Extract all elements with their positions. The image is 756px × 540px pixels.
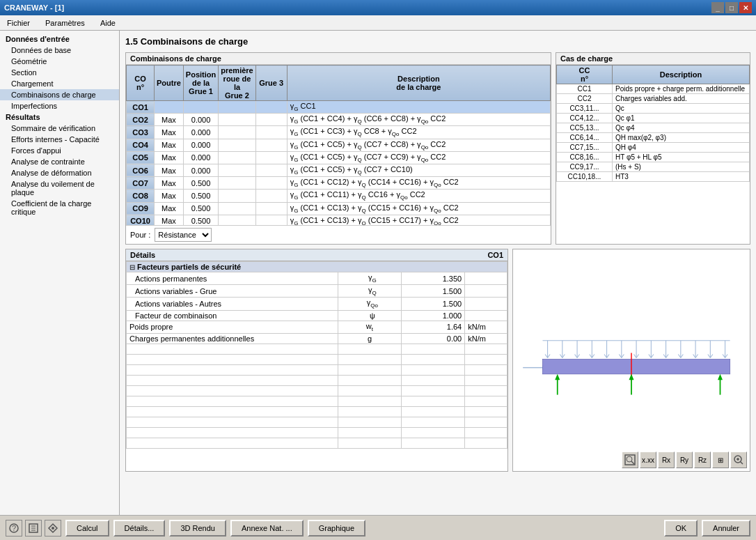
cas-table-row[interactable]: CC7,15... QH φ4 (557, 143, 750, 153)
cas-table-row[interactable]: CC6,14... QH max(φ2, φ3) (557, 133, 750, 143)
close-button[interactable]: ✕ (739, 2, 752, 13)
cas-table-row[interactable]: CC3,11... Qc (557, 104, 750, 114)
combinaisons-panel: Combinaisons de charge COn° Poutre Posit… (125, 52, 551, 245)
icon-btn-3[interactable] (45, 520, 61, 537)
cas-desc: Poids propre + charge perm. additionnell… (613, 84, 750, 94)
sidebar-item-section[interactable]: Section (0, 67, 119, 78)
diag-btn-values[interactable]: x.xx (640, 452, 656, 468)
icon-btn-2[interactable] (25, 520, 42, 537)
sidebar-item-forces[interactable]: Forces d'appui (0, 145, 119, 156)
svg-text:?: ? (12, 524, 16, 532)
rendu3d-button[interactable]: 3D Rendu (169, 520, 226, 537)
annexe-button[interactable]: Annexe Nat. ... (230, 520, 304, 537)
main-layout: Données d'entrée Données de base Géométr… (0, 31, 756, 515)
annuler-button[interactable]: Annuler (702, 520, 750, 537)
sidebar-item-efforts[interactable]: Efforts internes - Capacité (0, 134, 119, 145)
diag-btn-zoom-fit[interactable] (622, 452, 638, 468)
combo-table-row[interactable]: CO3 Max 0.000 γG (CC1 + CC3) + γQ CC8 + … (127, 126, 551, 139)
ok-button[interactable]: OK (664, 520, 698, 537)
combo-desc: γG CC1 (287, 101, 550, 114)
sidebar-item-donnees-de-base[interactable]: Données de base (0, 45, 119, 56)
menu-parametres[interactable]: Paramètres (41, 17, 89, 29)
cas-desc: QH max(φ2, φ3) (613, 133, 750, 143)
combo-c (183, 101, 218, 114)
graphique-button[interactable]: Graphique (308, 520, 365, 537)
pour-select[interactable]: Résistance Déformation Stabilité (155, 228, 212, 242)
diag-btn-zoom-in[interactable] (730, 452, 747, 468)
sidebar-item-deformation[interactable]: Analyse de déformation (0, 167, 119, 178)
combo-co: CO4 (127, 139, 155, 151)
sidebar-item-coefficient[interactable]: Coefficient de la charge critique (0, 198, 119, 217)
cas-panel: Cas de charge CCn° Description CC1 Poids… (556, 52, 750, 245)
detail-empty-row (127, 396, 507, 406)
beam-rect (543, 360, 730, 374)
combo-co: CO9 (127, 202, 155, 215)
diag-btn-ry[interactable]: Ry (676, 452, 693, 468)
combo-co: CO6 (127, 164, 155, 176)
title-bar: CRANEWAY - [1] _ □ ✕ (0, 0, 756, 15)
cas-table-row[interactable]: CC2 Charges variables add. (557, 94, 750, 104)
cas-desc: Qc φ4 (613, 123, 750, 133)
cas-cc: CC7,15... (557, 143, 613, 153)
cas-cc: CC2 (557, 94, 613, 104)
cas-table-row[interactable]: CC5,13... Qc φ4 (557, 123, 750, 133)
combo-c: 0.500 (183, 190, 218, 202)
details-table: ⊟ Facteurs partiels de sécurité Actions … (126, 261, 507, 449)
menu-aide[interactable]: Aide (96, 17, 120, 29)
combo-poutre: Max (155, 126, 184, 139)
detail-unit-3 (465, 298, 507, 310)
combo-table-row[interactable]: CO1 γG CC1 (127, 101, 551, 114)
diag-btn-grid[interactable]: ⊞ (712, 452, 729, 468)
combo-table-row[interactable]: CO5 Max 0.000 γG (CC1 + CC5) + γQ (CC7 +… (127, 151, 551, 164)
detail-label-1: Actions permanentes (127, 272, 338, 285)
icon-btn-1[interactable]: ? (6, 520, 22, 537)
cas-th-b: Description (613, 65, 750, 84)
cas-table-row[interactable]: CC4,12... Qc φ1 (557, 114, 750, 123)
combo-table-row[interactable]: CO9 Max 0.500 γG (CC1 + CC13) + γQ (CC15… (127, 202, 551, 215)
sidebar-item-contrainte[interactable]: Analyse de contrainte (0, 156, 119, 167)
combo-table-row[interactable]: CO10 Max 0.500 γG (CC1 + CC13) + γQ (CC1… (127, 215, 551, 225)
combo-table-row[interactable]: CO8 Max 0.500 γG (CC1 + CC11) + γQ CC16 … (127, 190, 551, 202)
sidebar-header-donnees: Données d'entrée (0, 33, 119, 45)
detail-value-3: 1.500 (402, 298, 465, 310)
combo-table-row[interactable]: CO7 Max 0.500 γG (CC1 + CC12) + γQ (CC14… (127, 177, 551, 190)
sidebar-item-imperfections[interactable]: Imperfections (0, 100, 119, 111)
sidebar-item-geometrie[interactable]: Géométrie (0, 56, 119, 67)
detail-empty-row (127, 438, 507, 448)
maximize-button[interactable]: □ (725, 2, 738, 13)
combo-table-row[interactable]: CO4 Max 0.000 γG (CC1 + CC5) + γQ (CC7 +… (127, 139, 551, 151)
combo-table-row[interactable]: CO2 Max 0.000 γG (CC1 + CC4) + γQ (CC6 +… (127, 114, 551, 126)
detail-symbol-1: γG (338, 272, 401, 285)
cas-table-row[interactable]: CC1 Poids propre + charge perm. addition… (557, 84, 750, 94)
minimize-button[interactable]: _ (711, 2, 724, 13)
details-co-label: CO1 (487, 251, 503, 259)
combo-c: 0.500 (183, 202, 218, 215)
pour-label: Pour : (130, 231, 150, 239)
combo-table-row[interactable]: CO6 Max 0.000 γG (CC1 + CC5) + γQ (CC7 +… (127, 164, 551, 176)
sidebar-item-sommaire[interactable]: Sommaire de vérification (0, 123, 119, 134)
combo-c: 0.000 (183, 114, 218, 126)
cas-desc: Qc φ1 (613, 114, 750, 123)
detail-symbol-5: wt (338, 321, 401, 333)
menu-fichier[interactable]: Fichier (3, 17, 34, 29)
menu-bar: Fichier Paramètres Aide (0, 15, 756, 31)
cas-desc: QH φ4 (613, 143, 750, 153)
details-button[interactable]: Détails... (113, 520, 166, 537)
sidebar-item-combinaisons[interactable]: Combinaisons de charge (0, 89, 119, 100)
cas-table-row[interactable]: CC9,17... (Hs + S) (557, 162, 750, 172)
diag-btn-rz[interactable]: Rz (694, 452, 711, 468)
detail-value-6: 0.00 (402, 333, 465, 344)
details-row-5: Poids propre wt 1.64 kN/m (127, 321, 507, 333)
calcul-button[interactable]: Calcul (65, 520, 109, 537)
combo-c: 0.000 (183, 164, 218, 176)
detail-empty-row (127, 364, 507, 375)
combo-d (219, 101, 255, 114)
cas-table-row[interactable]: CC10,18... HT3 (557, 172, 750, 182)
combo-c: 0.500 (183, 215, 218, 225)
cas-table: CCn° Description CC1 Poids propre + char… (556, 65, 750, 182)
sidebar-item-voilement[interactable]: Analyse du voilement de plaque (0, 178, 119, 198)
cas-table-row[interactable]: CC8,16... HT φ5 + HL φ5 (557, 153, 750, 162)
sidebar-item-chargement[interactable]: Chargement (0, 78, 119, 89)
details-section-row: ⊟ Facteurs partiels de sécurité (127, 262, 507, 272)
diag-btn-rx[interactable]: Rx (658, 452, 675, 468)
